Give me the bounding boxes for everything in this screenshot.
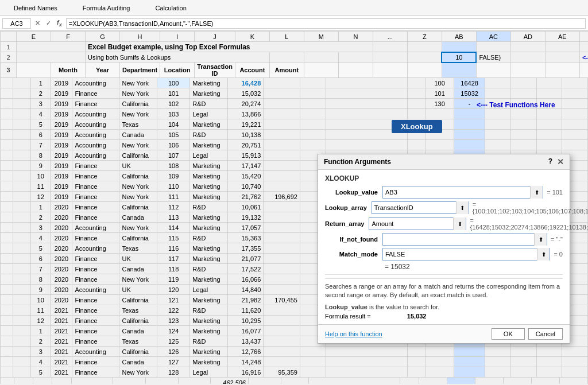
dialog-field-input[interactable] (372, 203, 456, 212)
data-cell (264, 305, 300, 316)
data-cell (408, 88, 425, 99)
data-cell: California (119, 347, 157, 357)
confirm-formula-icon[interactable]: ✓ (44, 20, 53, 27)
data-cell (485, 130, 511, 140)
dialog-close-button[interactable]: ✕ (557, 157, 564, 166)
data-cell: Finance (72, 254, 119, 264)
col-header-f[interactable]: F (51, 32, 86, 42)
col-header-z[interactable]: Z (407, 32, 442, 42)
col-header-m[interactable]: M (304, 32, 338, 42)
row-num (1, 130, 13, 140)
data-cell: Marketing (190, 171, 228, 181)
data-cell (562, 130, 588, 140)
data-cell: New York (119, 192, 157, 202)
data-cell: 8 (31, 274, 51, 285)
row-num: 1 (1, 42, 17, 52)
ok-button[interactable]: OK (492, 328, 525, 340)
data-cell: 14,248 (228, 357, 264, 367)
data-cell: UK (119, 161, 157, 171)
dialog-fields: Lookup_value ⬆ = 101 Lookup_array ⬆ = {1… (325, 186, 563, 260)
data-cell: 170,455 (264, 295, 300, 305)
ac3-selected[interactable] (442, 63, 476, 78)
empty (559, 378, 587, 384)
data-cell: 1 (31, 202, 51, 212)
cell-reference-box[interactable] (2, 18, 31, 29)
dialog-field-result: = "-" (551, 236, 563, 243)
insert-function-icon[interactable]: fx (55, 19, 64, 28)
dialog-help-icon[interactable]: ? (548, 157, 552, 166)
data-cell: Finance (72, 171, 119, 181)
dialog-field-expand-btn[interactable]: ⬆ (537, 248, 550, 260)
dialog-field-input[interactable] (369, 219, 453, 228)
row-num (1, 202, 13, 212)
col-header-ab[interactable]: AB (442, 32, 476, 42)
dialog-field-expand-btn[interactable]: ⬆ (530, 186, 543, 199)
dialog-field-input[interactable] (383, 188, 530, 197)
location-header: Location (160, 63, 195, 78)
data-cell: 15,032 (228, 88, 264, 99)
help-link[interactable]: Help on this function (325, 330, 382, 337)
row-num (1, 243, 13, 254)
dialog-field-expand-btn[interactable]: ⬆ (456, 201, 469, 214)
data-cell: Marketing (190, 326, 228, 336)
data-cell (13, 202, 31, 212)
data-cell (264, 119, 300, 130)
cancel-formula-icon[interactable]: ✕ (33, 20, 42, 27)
title-row-1: 1 Excel Budget example, using Top Excel … (1, 42, 589, 52)
col-header-i[interactable]: I (160, 32, 195, 42)
cancel-button[interactable]: Cancel (528, 328, 563, 340)
data-cell (536, 140, 562, 150)
dialog-body: XLOOKUP Lookup_value ⬆ = 101 Lookup_arra… (318, 170, 570, 324)
col-header-l[interactable]: L (269, 32, 304, 42)
data-cell: Canada (119, 264, 157, 274)
data-cell (408, 357, 425, 367)
data-cell: 109 (157, 171, 190, 181)
data-cell: Canada (119, 326, 157, 336)
col-header-j[interactable]: J (195, 32, 235, 42)
test-value-cell[interactable]: 10 (442, 52, 476, 63)
row-num (1, 347, 13, 357)
empty (475, 378, 504, 384)
data-cell: 2019 (51, 192, 72, 202)
data-cell: Finance (72, 336, 119, 347)
data-cell: Texas (119, 243, 157, 254)
data-cell (13, 140, 31, 150)
table-row: 72019AccountingNew York106Marketing20,75… (1, 140, 588, 150)
data-cell (562, 367, 588, 378)
dialog-field-expand-btn[interactable]: ⬆ (534, 233, 547, 246)
dialog-field-expand-btn[interactable]: ⬆ (453, 217, 466, 230)
dialog-formula-result-value: 15,032 (407, 313, 427, 320)
data-cell: 2020 (51, 212, 72, 223)
data-cell (326, 357, 408, 367)
dialog-field-input[interactable] (383, 250, 537, 259)
data-cell: 105 (157, 130, 190, 140)
column-header-row: 3 Month Year Department Location Transac… (1, 63, 589, 78)
dialog-field-input[interactable] (383, 235, 534, 244)
col-header-af[interactable]: AF (579, 32, 588, 42)
data-cell: 2 (31, 88, 51, 99)
col-header-ac[interactable]: AC (476, 32, 510, 42)
data-cell (454, 140, 485, 150)
empty (52, 378, 71, 384)
col-header-k[interactable]: K (235, 32, 269, 42)
col-header-ae[interactable]: AE (545, 32, 579, 42)
col-header-ad[interactable]: AD (510, 32, 545, 42)
col-header-g[interactable]: G (86, 32, 120, 42)
formula-input[interactable] (66, 18, 586, 29)
data-cell (13, 223, 31, 233)
af3 (545, 63, 579, 78)
empty (531, 378, 559, 384)
data-cell: Finance (72, 264, 119, 274)
data-cell: 112 (157, 202, 190, 212)
dialog-input-wrap: ⬆ (382, 186, 543, 199)
data-cell (536, 109, 562, 119)
dialog-field-row-3: If_not_found ⬆ = "-" (325, 233, 563, 246)
data-cell (536, 130, 562, 140)
col-header-h[interactable]: H (120, 32, 160, 42)
col-header-gap: ... (373, 32, 407, 42)
data-cell: Marketing (190, 181, 228, 192)
dialog-param-text: is the value to search for. (369, 304, 439, 310)
col-header-e[interactable]: E (17, 32, 51, 42)
data-cell: 118 (157, 264, 190, 274)
col-header-n[interactable]: N (338, 32, 373, 42)
